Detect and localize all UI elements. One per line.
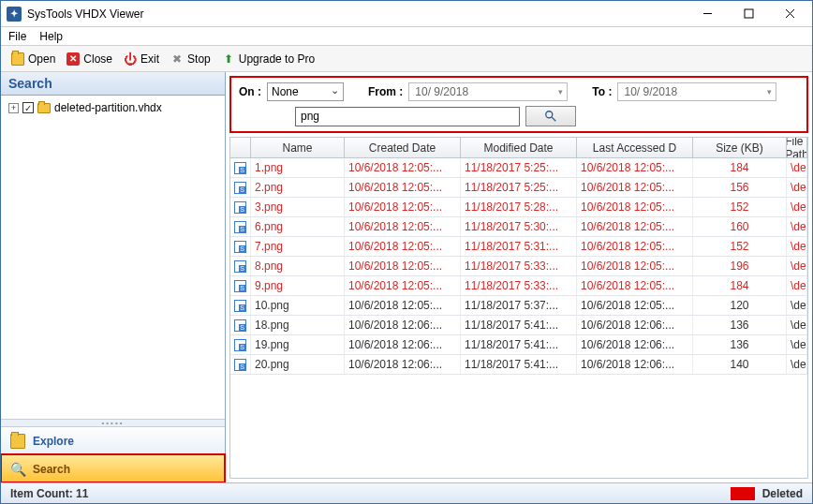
maximize-button[interactable]: [728, 2, 769, 26]
cell-created: 10/6/2018 12:05:...: [345, 178, 461, 197]
search-button[interactable]: [525, 106, 576, 126]
search-term-input[interactable]: [295, 107, 520, 126]
expand-icon[interactable]: +: [8, 103, 19, 113]
cell-created: 10/6/2018 12:05:...: [345, 158, 461, 177]
from-value: 10/ 9/2018: [415, 85, 468, 98]
folder-open-icon: [11, 52, 24, 66]
table-row[interactable]: 3.png10/6/2018 12:05:...11/18/2017 5:28:…: [230, 198, 807, 217]
cell-path: \deleted-partition.v...: [787, 257, 807, 275]
stop-label: Stop: [187, 52, 211, 66]
svg-point-4: [546, 111, 553, 118]
close-button[interactable]: ✕Close: [62, 51, 117, 67]
file-icon-cell: [230, 296, 251, 315]
table-row[interactable]: 7.png10/6/2018 12:05:...11/18/2017 5:31:…: [230, 237, 807, 257]
cell-size: 196: [693, 257, 787, 275]
tree-item-root[interactable]: + ✓ deleted-partition.vhdx: [8, 101, 217, 114]
close-window-button[interactable]: [769, 2, 810, 26]
cell-created: 10/6/2018 12:05:...: [345, 276, 461, 295]
cell-accessed: 10/6/2018 12:05:...: [577, 217, 693, 236]
search-bar: On : None From : 10/ 9/2018 To : 10/ 9/2…: [229, 76, 808, 133]
cell-created: 10/6/2018 12:05:...: [345, 198, 461, 216]
magnifier-icon: 🔍: [10, 462, 25, 477]
file-icon-cell: [230, 316, 251, 334]
app-icon: ✦: [7, 7, 22, 22]
grid-body[interactable]: 1.png10/6/2018 12:05:...11/18/2017 5:25:…: [230, 158, 807, 478]
cell-accessed: 10/6/2018 12:05:...: [577, 296, 693, 315]
exit-icon: ⏻: [124, 52, 137, 66]
col-icon[interactable]: [230, 138, 251, 157]
from-label: From :: [368, 85, 403, 98]
results-grid: Name Created Date Modified Date Last Acc…: [229, 137, 808, 479]
col-modified[interactable]: Modified Date: [461, 138, 577, 157]
cell-path: \deleted-partition.v...: [787, 237, 807, 256]
file-icon: [234, 241, 246, 253]
open-button[interactable]: Open: [7, 51, 60, 67]
tree-item-label: deleted-partition.vhdx: [54, 101, 162, 114]
menu-help[interactable]: Help: [39, 30, 63, 43]
checkbox[interactable]: ✓: [22, 102, 34, 113]
explore-tab[interactable]: Explore: [1, 426, 225, 454]
folder-icon: [10, 434, 25, 449]
file-icon: [234, 182, 246, 194]
exit-button[interactable]: ⏻Exit: [119, 51, 164, 67]
menu-file[interactable]: File: [8, 30, 26, 43]
upgrade-button[interactable]: ⬆Upgrade to Pro: [217, 51, 319, 67]
file-icon: [234, 280, 246, 292]
right-panel: On : None From : 10/ 9/2018 To : 10/ 9/2…: [226, 72, 812, 482]
table-row[interactable]: 18.png10/6/2018 12:06:...11/18/2017 5:41…: [230, 316, 807, 335]
on-dropdown[interactable]: None: [267, 82, 344, 101]
col-path[interactable]: File Path: [787, 138, 807, 157]
cell-size: 140: [693, 355, 787, 374]
minimize-button[interactable]: [687, 2, 728, 26]
table-row[interactable]: 1.png10/6/2018 12:05:...11/18/2017 5:25:…: [230, 158, 807, 178]
col-accessed[interactable]: Last Accessed D: [577, 138, 693, 157]
cell-size: 152: [693, 237, 787, 256]
cell-created: 10/6/2018 12:06:...: [345, 355, 461, 374]
table-row[interactable]: 20.png10/6/2018 12:06:...11/18/2017 5:41…: [230, 355, 807, 375]
tree-view[interactable]: + ✓ deleted-partition.vhdx: [1, 96, 225, 419]
table-row[interactable]: 9.png10/6/2018 12:05:...11/18/2017 5:33:…: [230, 276, 807, 296]
cell-name: 3.png: [251, 198, 345, 216]
table-row[interactable]: 6.png10/6/2018 12:05:...11/18/2017 5:30:…: [230, 217, 807, 237]
folder-icon: [37, 103, 51, 113]
cell-path: \deleted-partition.v...: [787, 316, 807, 334]
cell-modified: 11/18/2017 5:25:...: [461, 158, 577, 177]
cell-path: \deleted-partition.v...: [787, 217, 807, 236]
svg-line-5: [552, 117, 555, 121]
file-icon: [234, 201, 246, 214]
search-tab[interactable]: 🔍 Search: [1, 454, 225, 482]
cell-accessed: 10/6/2018 12:05:...: [577, 158, 693, 177]
table-row[interactable]: 8.png10/6/2018 12:05:...11/18/2017 5:33:…: [230, 257, 807, 276]
table-row[interactable]: 19.png10/6/2018 12:06:...11/18/2017 5:41…: [230, 335, 807, 355]
splitter-grip[interactable]: •••••: [1, 419, 225, 426]
table-row[interactable]: 2.png10/6/2018 12:05:...11/18/2017 5:25:…: [230, 178, 807, 198]
cell-path: \deleted-partition.v...: [787, 178, 807, 197]
file-icon-cell: [230, 178, 251, 197]
to-date-input[interactable]: 10/ 9/2018: [617, 82, 776, 101]
col-size[interactable]: Size (KB): [693, 138, 787, 157]
col-name[interactable]: Name: [251, 138, 345, 157]
stop-button[interactable]: ✖Stop: [166, 51, 215, 67]
from-date-input[interactable]: 10/ 9/2018: [408, 82, 568, 101]
cell-name: 1.png: [251, 158, 345, 177]
cell-modified: 11/18/2017 5:33:...: [461, 276, 577, 295]
cell-modified: 11/18/2017 5:41:...: [461, 355, 577, 374]
stop-icon: ✖: [170, 52, 184, 66]
cell-size: 152: [693, 198, 787, 216]
table-row[interactable]: 10.png10/6/2018 12:05:...11/18/2017 5:37…: [230, 296, 807, 316]
cell-accessed: 10/6/2018 12:05:...: [577, 178, 693, 197]
col-created[interactable]: Created Date: [345, 138, 461, 157]
cell-modified: 11/18/2017 5:30:...: [461, 217, 577, 236]
cell-created: 10/6/2018 12:05:...: [345, 257, 461, 275]
cell-created: 10/6/2018 12:05:...: [345, 237, 461, 256]
cell-name: 7.png: [251, 237, 345, 256]
cell-name: 20.png: [251, 355, 345, 374]
cell-created: 10/6/2018 12:06:...: [345, 316, 461, 334]
cell-name: 18.png: [251, 316, 345, 334]
cell-modified: 11/18/2017 5:41:...: [461, 335, 577, 354]
item-count: Item Count: 11: [10, 487, 731, 500]
to-label: To :: [592, 85, 612, 98]
cell-name: 2.png: [251, 178, 345, 197]
file-icon: [234, 339, 246, 351]
close-icon: ✕: [67, 52, 80, 66]
